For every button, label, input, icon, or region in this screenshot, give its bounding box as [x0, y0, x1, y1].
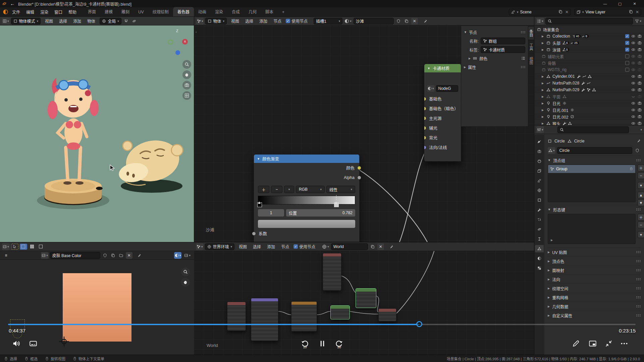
editor-type-button[interactable]: ▾ — [536, 18, 544, 24]
select-mode-tweak[interactable] — [20, 244, 27, 250]
properties-section[interactable]: ▶ 自定义属性 — [548, 311, 641, 320]
outliner-row[interactable]: ▶ 辅助元素 ✓ — [534, 53, 644, 60]
editor-type-button[interactable]: ▾ — [196, 18, 204, 24]
node-input-row[interactable]: 主光源 — [424, 113, 461, 123]
expand-arrow[interactable]: ▶ — [542, 48, 545, 51]
camera-visibility-icon[interactable] — [637, 88, 642, 92]
outliner-item-label[interactable]: 日光 — [552, 101, 560, 106]
expand-arrow[interactable]: ▶ — [542, 88, 545, 92]
factor-input-socket[interactable] — [252, 232, 256, 236]
section-vertex-groups[interactable]: ▼顶点组 — [548, 156, 641, 165]
n-panel-tab[interactable]: 工具 — [528, 41, 534, 53]
output-color-socket[interactable] — [357, 166, 361, 170]
camera-visibility-icon[interactable] — [637, 61, 642, 65]
eye-icon[interactable] — [631, 101, 636, 105]
properties-section[interactable]: ▶ 重构网格 — [548, 293, 641, 302]
camera-visibility-icon[interactable] — [637, 101, 642, 105]
maximize-button[interactable]: ▢ — [612, 2, 627, 6]
menu-item[interactable]: 添加 — [256, 17, 270, 25]
expand-arrow[interactable]: ▶ — [542, 109, 545, 112]
outliner-row[interactable]: ▶ 平面 ✓ — [534, 93, 644, 100]
collection-checkbox[interactable]: ✓ — [625, 34, 629, 38]
outliner-row[interactable]: ▶ 日光.001 ✓ — [534, 107, 644, 113]
world-node[interactable] — [227, 302, 246, 331]
section-grip[interactable] — [636, 305, 641, 308]
color-mode-dropdown[interactable]: RGB▾ — [296, 186, 325, 193]
node-group-datablock[interactable]: NodeG — [436, 85, 458, 92]
world-editor[interactable]: ▾ 世界环境▾ 视图选择添加节点 ✓ 使用节点 ▾ World ✕ — [194, 242, 534, 362]
input-socket[interactable] — [424, 107, 426, 111]
node-color-swatch[interactable] — [473, 57, 477, 60]
section-grip[interactable] — [636, 314, 641, 317]
properties-section[interactable]: ▶ 顶点色 — [548, 256, 641, 265]
new-material-copy-icon[interactable] — [403, 18, 410, 24]
fake-user-shield-icon[interactable] — [634, 147, 641, 154]
outliner-item-label[interactable]: NurbsPath.029 — [552, 87, 579, 92]
presets-list-icon[interactable] — [521, 56, 525, 60]
shape-key-list[interactable]: ▶ — [548, 214, 636, 244]
camera-visibility-icon[interactable] — [637, 48, 642, 52]
properties-section[interactable]: ▶ 法向 — [548, 275, 641, 284]
slot-dropdown[interactable]: 插槽1▾ — [314, 18, 342, 24]
skip-back-button[interactable]: 10 — [300, 339, 310, 349]
workspace-tab[interactable]: 雕刻 — [117, 7, 134, 16]
channels-button[interactable]: ▾ — [174, 252, 182, 259]
select-mode-box[interactable] — [29, 244, 36, 250]
close-button[interactable]: ✕ — [627, 2, 642, 6]
n-panel-tab[interactable]: 视图 — [528, 54, 534, 67]
node-group-cartoon-material[interactable]: ▼卡通材质 ▾ NodeG 基础色 基础色（暗色） — [424, 64, 461, 162]
panel-grip[interactable] — [521, 31, 525, 34]
pin-icon[interactable] — [388, 243, 395, 250]
pin-icon[interactable] — [136, 252, 143, 259]
outliner-row[interactable]: ▶ WGTS_rig ✓ — [534, 66, 644, 73]
minimize-button[interactable]: — — [598, 2, 612, 6]
menu-item[interactable]: 窗口 — [51, 8, 65, 16]
collection-checkbox[interactable]: ✓ — [625, 41, 629, 45]
stop-index-field[interactable]: 1 — [258, 209, 284, 217]
properties-tab[interactable] — [535, 264, 544, 272]
outliner-row[interactable]: ▶ Cylinder.001 ✓ — [534, 73, 644, 80]
editor-type-button[interactable]: ▾ — [2, 243, 10, 250]
menu-item[interactable]: 物体 — [84, 17, 98, 25]
eye-icon[interactable] — [631, 34, 636, 38]
camera-visibility-icon[interactable] — [637, 121, 642, 125]
vertex-group-item[interactable]: Group — [548, 165, 635, 173]
world-preview-button[interactable]: ▾ — [321, 243, 330, 250]
stop-color-swatch[interactable] — [258, 220, 355, 228]
new-world-copy-icon[interactable] — [369, 243, 376, 250]
collection-checkbox[interactable] — [625, 61, 629, 65]
properties-section[interactable]: ▶ 面映射 — [548, 265, 641, 275]
zoom-tool-button[interactable] — [181, 267, 190, 276]
outliner-row[interactable]: ▶ NurbsPath.029 ✓ — [534, 86, 644, 93]
collection-checkbox[interactable]: ✓ — [625, 48, 629, 52]
region-collapse-chevron[interactable]: ‹ — [196, 30, 197, 34]
collection-checkbox[interactable] — [625, 54, 629, 58]
expand-arrow[interactable]: ▶ — [542, 115, 545, 118]
expand-arrow[interactable]: ▶ — [542, 42, 545, 45]
image-browse-button[interactable]: ▾ — [41, 252, 49, 259]
eye-icon[interactable] — [631, 54, 636, 58]
workspace-tab[interactable]: 几何 — [244, 7, 261, 16]
outliner-item-label[interactable]: 平面 — [552, 94, 560, 100]
section-grip[interactable] — [636, 278, 641, 281]
workspace-tab[interactable]: 渲染 — [211, 7, 227, 16]
edit-pencil-button[interactable] — [571, 339, 581, 349]
outliner-row[interactable]: ▶ Collection 40 8 ✓ — [534, 33, 644, 40]
material-preview-button[interactable]: ▾ — [344, 18, 352, 24]
ramp-stop-0[interactable] — [257, 201, 262, 206]
use-nodes-checkbox[interactable]: ✓ — [286, 19, 290, 23]
orientation-dropdown[interactable]: 全局▾ — [100, 18, 121, 24]
workspace-tab[interactable]: 着色器 — [173, 7, 194, 16]
vertex-group-list[interactable]: Group — [548, 165, 636, 202]
properties-tab[interactable] — [535, 138, 544, 145]
player-seek-bar[interactable] — [8, 324, 636, 325]
skip-forward-button[interactable]: 30 — [334, 339, 344, 349]
viewport-3d[interactable]: ▾ 物体模式▾ 视图选择添加物体 全局▾ — [0, 17, 194, 242]
zoom-tool-button[interactable] — [182, 60, 191, 69]
workspace-tab[interactable]: 合成 — [227, 7, 244, 16]
menu-item[interactable]: 节点 — [270, 17, 284, 25]
input-socket[interactable] — [424, 126, 426, 130]
copy-icon[interactable] — [558, 10, 562, 14]
stop-position-slider[interactable]: 位置 0.782 — [286, 209, 355, 217]
open-image-folder-icon[interactable] — [118, 252, 124, 259]
